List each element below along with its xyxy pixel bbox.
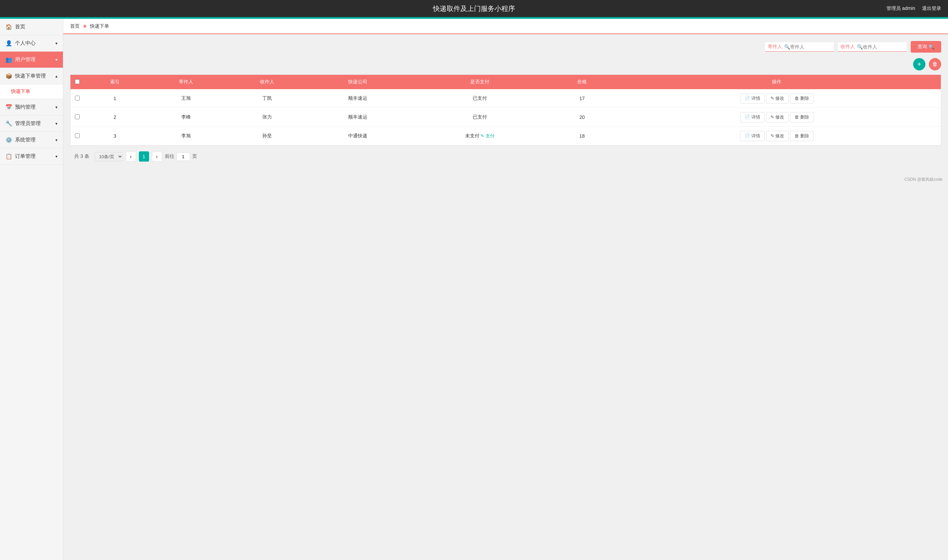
page-1-button[interactable]: 1 <box>139 151 149 162</box>
chevron-down-icon-admin: ▾ <box>56 121 57 126</box>
chevron-down-icon: ▾ <box>56 41 57 46</box>
chevron-down-icon-system: ▾ <box>56 138 57 143</box>
edit-button-1[interactable]: ✎ 修改 <box>766 93 789 103</box>
detail-button-3[interactable]: 📄 详情 <box>740 131 765 141</box>
data-table-wrapper: 索引 寄件人 收件人 快递公司 是否支付 价格 操作 1王旭丁凯顺丰速运已支付1… <box>70 74 941 146</box>
cell-index: 2 <box>84 108 146 127</box>
table-row: 2李峰张力顺丰速运已支付20📄 详情✎ 修改🗑 删除 <box>71 108 941 127</box>
search-icon-receiver: 🔍 <box>857 44 863 49</box>
cell-receiver: 丁凯 <box>227 89 308 108</box>
sidebar-item-quick-order[interactable]: 快递下单 <box>0 85 63 99</box>
pay-button-3[interactable]: ✎ 支付 <box>480 133 494 139</box>
th-receiver: 收件人 <box>227 75 308 89</box>
chevron-down-icon-user: ▾ <box>56 57 57 62</box>
row-checkbox-1[interactable] <box>75 96 80 100</box>
row-checkbox-3[interactable] <box>75 133 80 138</box>
row-checkbox-2[interactable] <box>75 114 80 119</box>
sidebar-item-order-label: 快递下单管理 <box>15 73 46 79</box>
footer: CSDN @紫风栎code <box>63 174 948 185</box>
sidebar-item-appointment[interactable]: 📅 预约管理 ▾ <box>0 99 63 115</box>
cell-actions: 📄 详情✎ 修改🗑 删除 <box>613 89 941 108</box>
app-header: 快递取件及上门服务小程序 管理员 admin 退出登录 <box>0 0 948 17</box>
prev-page-button[interactable]: ‹ <box>126 151 136 162</box>
cell-actions: 📄 详情✎ 修改🗑 删除 <box>613 127 941 146</box>
cell-price: 18 <box>551 127 613 146</box>
delete-button-3[interactable]: 🗑 删除 <box>790 131 814 141</box>
sidebar-item-personal-label: 个人中心 <box>15 40 36 46</box>
main-content: 首页 ★ 快递下单 寄件人 🔍 收件人 🔍 查询 🔍 <box>63 19 948 560</box>
sidebar-item-home-label: 首页 <box>15 23 25 30</box>
sidebar-item-home[interactable]: 🏠 首页 <box>0 19 63 35</box>
app-title: 快递取件及上门服务小程序 <box>433 4 515 13</box>
header-right: 管理员 admin 退出登录 <box>886 5 941 12</box>
sender-label: 寄件人 <box>768 44 782 50</box>
logout-button[interactable]: 退出登录 <box>922 5 941 12</box>
cell-company: 顺丰速运 <box>307 108 408 127</box>
cell-price: 17 <box>551 89 613 108</box>
table-row: 3李旭孙坚中通快递未支付 ✎ 支付18📄 详情✎ 修改🗑 删除 <box>71 127 941 146</box>
th-price: 价格 <box>551 75 613 89</box>
package-icon: 📦 <box>5 73 12 79</box>
sidebar-item-user-mgmt[interactable]: 👥 用户管理 ▾ <box>0 52 63 68</box>
sidebar-item-order-list[interactable]: 📋 订单管理 ▾ <box>0 148 63 165</box>
cell-paid: 未支付 ✎ 支付 <box>408 127 551 146</box>
clipboard-icon: 📋 <box>5 153 12 160</box>
cell-paid: 已支付 <box>408 108 551 127</box>
detail-button-2[interactable]: 📄 详情 <box>740 112 765 122</box>
delete-button-2[interactable]: 🗑 删除 <box>790 112 814 122</box>
th-paid: 是否支付 <box>408 75 551 89</box>
calendar-icon: 📅 <box>5 104 12 110</box>
sidebar-item-personal[interactable]: 👤 个人中心 ▾ <box>0 35 63 52</box>
next-page-button[interactable]: › <box>152 151 162 162</box>
cell-receiver: 孙坚 <box>227 127 308 146</box>
cell-company: 顺丰速运 <box>307 89 408 108</box>
cell-sender: 李旭 <box>146 127 227 146</box>
breadcrumb-home[interactable]: 首页 <box>70 23 80 29</box>
receiver-input[interactable] <box>863 44 904 49</box>
query-button[interactable]: 查询 🔍 <box>911 41 941 52</box>
edit-button-2[interactable]: ✎ 修改 <box>766 112 789 122</box>
main-layout: 🏠 首页 👤 个人中心 ▾ 👥 用户管理 ▾ 📦 快递下单管理 ▴ 快递下单 📅… <box>0 19 948 560</box>
content-area: 寄件人 🔍 收件人 🔍 查询 🔍 + 🗑 <box>63 34 948 174</box>
cell-paid: 已支付 <box>408 89 551 108</box>
page-jump: 前往 页 <box>165 152 197 161</box>
sidebar-item-admin-label: 管理员管理 <box>15 120 41 127</box>
sidebar-item-order-mgmt[interactable]: 📦 快递下单管理 ▴ <box>0 68 63 85</box>
breadcrumb-separator: ★ <box>82 23 87 29</box>
goto-label: 前往 <box>165 154 174 160</box>
detail-button-1[interactable]: 📄 详情 <box>740 93 765 103</box>
page-size-select[interactable]: 10条/页 20条/页 50条/页 <box>95 152 123 161</box>
admin-label: 管理员 admin <box>886 5 915 12</box>
gear-icon: ⚙️ <box>5 137 12 143</box>
th-index: 索引 <box>84 75 146 89</box>
chevron-down-icon-orders: ▾ <box>56 154 57 159</box>
sidebar: 🏠 首页 👤 个人中心 ▾ 👥 用户管理 ▾ 📦 快递下单管理 ▴ 快递下单 📅… <box>0 19 63 560</box>
sidebar-item-user-label: 用户管理 <box>15 56 36 63</box>
sidebar-sub-order-label: 快递下单 <box>11 89 30 95</box>
page-jump-input[interactable] <box>176 152 190 161</box>
delete-button-1[interactable]: 🗑 删除 <box>790 93 814 103</box>
add-button[interactable]: + <box>913 58 925 71</box>
footer-text: CSDN @紫风栎code <box>904 177 943 182</box>
edit-button-3[interactable]: ✎ 修改 <box>766 131 789 141</box>
cell-company: 中通快递 <box>307 127 408 146</box>
sidebar-item-order-list-label: 订单管理 <box>15 153 36 160</box>
users-icon: 👥 <box>5 56 12 63</box>
cell-price: 20 <box>551 108 613 127</box>
sender-input[interactable] <box>790 44 831 49</box>
search-icon-sender: 🔍 <box>784 44 790 49</box>
chevron-down-icon-appt: ▾ <box>56 105 57 110</box>
sidebar-item-system[interactable]: ⚙️ 系统管理 ▾ <box>0 132 63 148</box>
cell-index: 3 <box>84 127 146 146</box>
person-icon: 👤 <box>5 40 12 46</box>
breadcrumb: 首页 ★ 快递下单 <box>63 19 948 34</box>
cell-actions: 📄 详情✎ 修改🗑 删除 <box>613 108 941 127</box>
data-table: 索引 寄件人 收件人 快递公司 是否支付 价格 操作 1王旭丁凯顺丰速运已支付1… <box>71 75 941 146</box>
cell-index: 1 <box>84 89 146 108</box>
sidebar-item-admin-mgmt[interactable]: 🔧 管理员管理 ▾ <box>0 115 63 132</box>
select-all-checkbox[interactable] <box>75 79 80 84</box>
bulk-delete-button[interactable]: 🗑 <box>929 58 941 71</box>
search-bar: 寄件人 🔍 收件人 🔍 查询 🔍 <box>70 41 941 52</box>
sidebar-item-appt-label: 预约管理 <box>15 104 36 110</box>
page-suffix: 页 <box>192 154 197 160</box>
